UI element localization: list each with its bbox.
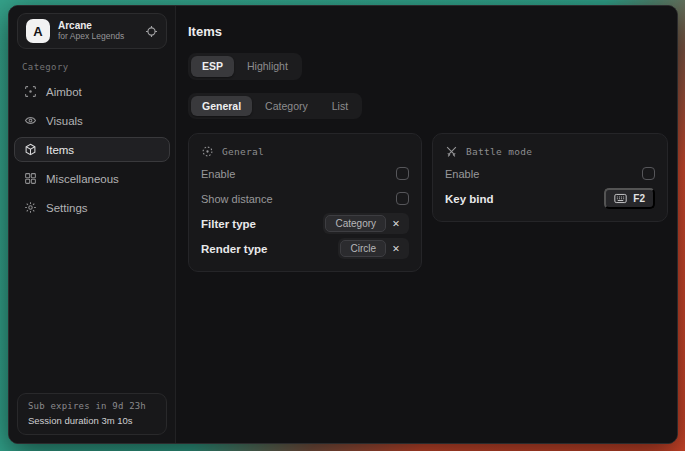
- brand-text: Arcane for Apex Legends: [58, 20, 124, 41]
- sidebar-item-label: Visuals: [46, 115, 83, 127]
- render-type-select[interactable]: Circle ✕: [338, 238, 409, 259]
- sidebar: A Arcane for Apex Legends Category: [9, 6, 176, 443]
- app-name: Arcane: [58, 20, 124, 31]
- tab-esp[interactable]: ESP: [191, 56, 234, 77]
- sidebar-item-miscellaneous[interactable]: Miscellaneous: [14, 166, 170, 191]
- view-tab-group: General Category List: [188, 93, 362, 120]
- panel-battle-mode: Battle mode Enable Key bind: [432, 133, 668, 222]
- clear-icon[interactable]: ✕: [386, 244, 407, 254]
- setting-row-filter-type: Filter type Category ✕: [201, 211, 409, 236]
- setting-label: Render type: [201, 243, 267, 255]
- sidebar-item-label: Items: [46, 144, 74, 156]
- filter-type-value[interactable]: Category: [325, 215, 386, 232]
- app-window: A Arcane for Apex Legends Category: [8, 5, 678, 444]
- battle-enable-checkbox[interactable]: [642, 167, 655, 180]
- show-distance-checkbox[interactable]: [396, 192, 409, 205]
- main-content: Items ESP Highlight General Category Lis…: [176, 6, 678, 443]
- clear-icon[interactable]: ✕: [386, 219, 407, 229]
- panels-area: General Enable Show distance Filter type…: [188, 133, 668, 272]
- session-duration-text: Session duration 3m 10s: [28, 415, 156, 426]
- setting-label: Enable: [201, 168, 235, 180]
- render-type-value[interactable]: Circle: [340, 240, 386, 257]
- aperture-icon: [201, 145, 214, 158]
- sidebar-item-label: Miscellaneous: [46, 173, 119, 185]
- panel-title: Battle mode: [466, 146, 532, 157]
- gear-icon: [24, 201, 37, 214]
- setting-row-render-type: Render type Circle ✕: [201, 236, 409, 261]
- keybind-value: F2: [633, 193, 645, 204]
- panel-battle-header: Battle mode: [445, 142, 655, 161]
- sidebar-section-label: Category: [22, 62, 162, 72]
- grid-icon: [24, 172, 37, 185]
- setting-label: Filter type: [201, 218, 256, 230]
- sub-expires-text: Sub expires in 9d 23h: [28, 401, 156, 411]
- panel-general-header: General: [201, 142, 409, 161]
- setting-row-enable: Enable: [445, 161, 655, 186]
- panel-title: General: [222, 146, 264, 157]
- setting-row-key-bind: Key bind F2: [445, 186, 655, 211]
- enable-checkbox[interactable]: [396, 167, 409, 180]
- app-logo: A: [26, 19, 50, 43]
- target-icon[interactable]: [145, 25, 158, 38]
- sidebar-item-aimbot[interactable]: Aimbot: [14, 79, 170, 104]
- page-title: Items: [188, 24, 668, 39]
- keyboard-icon: [614, 193, 627, 204]
- subscription-info-card: Sub expires in 9d 23h Session duration 3…: [17, 393, 167, 435]
- mode-tab-group: ESP Highlight: [188, 53, 302, 80]
- setting-row-show-distance: Show distance: [201, 186, 409, 211]
- sidebar-item-visuals[interactable]: Visuals: [14, 108, 170, 133]
- app-subtitle: for Apex Legends: [58, 32, 124, 41]
- game-backdrop: A Arcane for Apex Legends Category: [0, 0, 685, 451]
- tab-category[interactable]: Category: [254, 96, 319, 117]
- sidebar-nav: Aimbot Visuals: [9, 77, 175, 222]
- setting-label: Show distance: [201, 193, 273, 205]
- sidebar-item-items[interactable]: Items: [14, 137, 170, 162]
- brand-card: A Arcane for Apex Legends: [17, 13, 167, 49]
- sidebar-item-label: Settings: [46, 202, 88, 214]
- tab-highlight[interactable]: Highlight: [236, 56, 299, 77]
- sidebar-item-label: Aimbot: [46, 86, 82, 98]
- sidebar-item-settings[interactable]: Settings: [14, 195, 170, 220]
- eye-icon: [24, 114, 37, 127]
- setting-label: Key bind: [445, 193, 494, 205]
- panel-general: General Enable Show distance Filter type…: [188, 133, 422, 272]
- crosshair-icon: [24, 85, 37, 98]
- tab-list[interactable]: List: [321, 96, 359, 117]
- keybind-button[interactable]: F2: [604, 188, 655, 209]
- filter-type-select[interactable]: Category ✕: [323, 213, 409, 234]
- swords-icon: [445, 145, 458, 158]
- tab-general[interactable]: General: [191, 96, 252, 117]
- package-icon: [24, 143, 37, 156]
- setting-label: Enable: [445, 168, 479, 180]
- setting-row-enable: Enable: [201, 161, 409, 186]
